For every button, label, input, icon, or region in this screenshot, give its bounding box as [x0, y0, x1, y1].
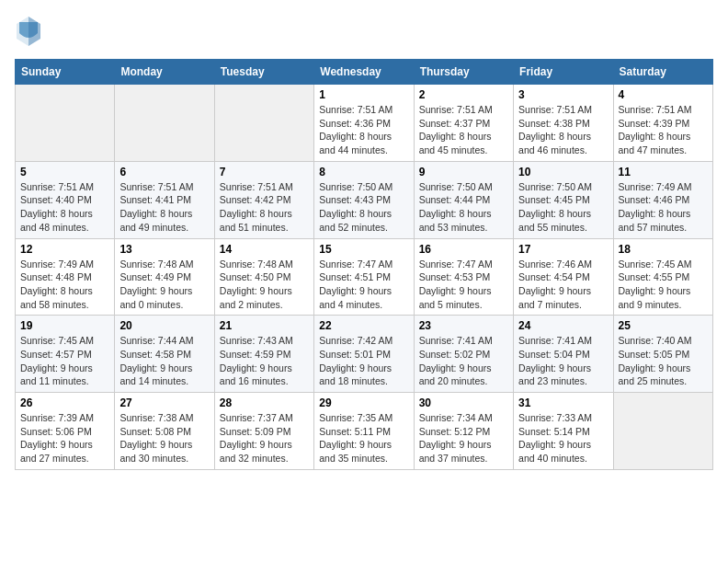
- calendar-cell: 21Sunrise: 7:43 AMSunset: 4:59 PMDayligh…: [214, 316, 313, 393]
- weekday-header-thursday: Thursday: [414, 60, 513, 85]
- calendar-cell: 23Sunrise: 7:41 AMSunset: 5:02 PMDayligh…: [414, 316, 513, 393]
- calendar-table: SundayMondayTuesdayWednesdayThursdayFrid…: [15, 59, 713, 470]
- calendar-body: 1Sunrise: 7:51 AMSunset: 4:36 PMDaylight…: [16, 85, 713, 470]
- day-number: 21: [220, 319, 309, 332]
- day-number: 10: [518, 166, 608, 178]
- day-info: Sunrise: 7:50 AMSunset: 4:45 PMDaylight:…: [518, 180, 608, 235]
- day-info: Sunrise: 7:51 AMSunset: 4:41 PMDaylight:…: [119, 180, 209, 235]
- calendar-cell: [16, 85, 115, 162]
- calendar-cell: 15Sunrise: 7:47 AMSunset: 4:51 PMDayligh…: [314, 238, 414, 316]
- day-number: 1: [319, 88, 408, 101]
- day-number: 2: [419, 88, 508, 101]
- logo: [15, 15, 46, 48]
- day-number: 27: [119, 396, 209, 409]
- calendar-cell: 5Sunrise: 7:51 AMSunset: 4:40 PMDaylight…: [16, 161, 115, 238]
- day-number: 19: [20, 319, 109, 332]
- day-info: Sunrise: 7:34 AMSunset: 5:12 PMDaylight:…: [419, 411, 508, 465]
- page-header: [15, 15, 713, 48]
- calendar-cell: 31Sunrise: 7:33 AMSunset: 5:14 PMDayligh…: [514, 393, 613, 470]
- day-info: Sunrise: 7:51 AMSunset: 4:36 PMDaylight:…: [319, 103, 408, 157]
- day-number: 23: [419, 319, 508, 332]
- day-info: Sunrise: 7:45 AMSunset: 4:55 PMDaylight:…: [619, 258, 708, 312]
- calendar-cell: 6Sunrise: 7:51 AMSunset: 4:41 PMDaylight…: [115, 161, 214, 238]
- day-number: 30: [419, 396, 508, 409]
- calendar-cell: 9Sunrise: 7:50 AMSunset: 4:44 PMDaylight…: [414, 161, 513, 238]
- day-info: Sunrise: 7:41 AMSunset: 5:04 PMDaylight:…: [518, 334, 608, 388]
- day-info: Sunrise: 7:51 AMSunset: 4:42 PMDaylight:…: [220, 180, 309, 235]
- calendar-week-3: 12Sunrise: 7:49 AMSunset: 4:48 PMDayligh…: [16, 238, 713, 316]
- calendar-cell: 28Sunrise: 7:37 AMSunset: 5:09 PMDayligh…: [214, 393, 313, 470]
- day-info: Sunrise: 7:35 AMSunset: 5:11 PMDaylight:…: [319, 411, 408, 465]
- day-info: Sunrise: 7:49 AMSunset: 4:46 PMDaylight:…: [619, 180, 708, 235]
- day-number: 25: [619, 319, 708, 332]
- calendar-week-5: 26Sunrise: 7:39 AMSunset: 5:06 PMDayligh…: [16, 393, 713, 470]
- day-info: Sunrise: 7:51 AMSunset: 4:39 PMDaylight:…: [619, 103, 708, 157]
- calendar-cell: 27Sunrise: 7:38 AMSunset: 5:08 PMDayligh…: [115, 393, 214, 470]
- day-info: Sunrise: 7:41 AMSunset: 5:02 PMDaylight:…: [419, 334, 508, 388]
- calendar-cell: 19Sunrise: 7:45 AMSunset: 4:57 PMDayligh…: [16, 316, 115, 393]
- calendar-cell: 11Sunrise: 7:49 AMSunset: 4:46 PMDayligh…: [613, 161, 712, 238]
- day-info: Sunrise: 7:33 AMSunset: 5:14 PMDaylight:…: [518, 411, 608, 465]
- day-number: 15: [319, 243, 408, 256]
- calendar-cell: 29Sunrise: 7:35 AMSunset: 5:11 PMDayligh…: [314, 393, 414, 470]
- day-info: Sunrise: 7:50 AMSunset: 4:44 PMDaylight:…: [419, 180, 508, 235]
- day-info: Sunrise: 7:51 AMSunset: 4:40 PMDaylight:…: [20, 180, 109, 235]
- day-number: 20: [119, 319, 209, 332]
- calendar-cell: 3Sunrise: 7:51 AMSunset: 4:38 PMDaylight…: [514, 85, 613, 162]
- calendar-cell: 4Sunrise: 7:51 AMSunset: 4:39 PMDaylight…: [613, 85, 712, 162]
- day-number: 9: [419, 166, 508, 178]
- day-info: Sunrise: 7:50 AMSunset: 4:43 PMDaylight:…: [319, 180, 408, 235]
- day-number: 3: [518, 88, 608, 101]
- calendar-week-1: 1Sunrise: 7:51 AMSunset: 4:36 PMDaylight…: [16, 85, 713, 162]
- calendar-cell: [613, 393, 712, 470]
- day-info: Sunrise: 7:40 AMSunset: 5:05 PMDaylight:…: [619, 334, 708, 388]
- day-number: 6: [119, 166, 209, 178]
- calendar-cell: [115, 85, 214, 162]
- day-info: Sunrise: 7:48 AMSunset: 4:50 PMDaylight:…: [220, 258, 309, 312]
- calendar-cell: 7Sunrise: 7:51 AMSunset: 4:42 PMDaylight…: [214, 161, 313, 238]
- day-number: 28: [220, 396, 309, 409]
- day-number: 16: [419, 243, 508, 256]
- day-info: Sunrise: 7:47 AMSunset: 4:53 PMDaylight:…: [419, 258, 508, 312]
- calendar-cell: [214, 85, 313, 162]
- day-number: 8: [319, 166, 408, 178]
- calendar-cell: 17Sunrise: 7:46 AMSunset: 4:54 PMDayligh…: [514, 238, 613, 316]
- calendar-cell: 30Sunrise: 7:34 AMSunset: 5:12 PMDayligh…: [414, 393, 513, 470]
- calendar-cell: 14Sunrise: 7:48 AMSunset: 4:50 PMDayligh…: [214, 238, 313, 316]
- day-info: Sunrise: 7:49 AMSunset: 4:48 PMDaylight:…: [20, 258, 109, 312]
- calendar-cell: 8Sunrise: 7:50 AMSunset: 4:43 PMDaylight…: [314, 161, 414, 238]
- day-info: Sunrise: 7:47 AMSunset: 4:51 PMDaylight:…: [319, 258, 408, 312]
- calendar-header: SundayMondayTuesdayWednesdayThursdayFrid…: [16, 60, 713, 85]
- day-number: 14: [220, 243, 309, 256]
- day-info: Sunrise: 7:48 AMSunset: 4:49 PMDaylight:…: [119, 258, 209, 312]
- day-number: 26: [20, 396, 109, 409]
- calendar-cell: 18Sunrise: 7:45 AMSunset: 4:55 PMDayligh…: [613, 238, 712, 316]
- day-number: 5: [20, 166, 109, 178]
- calendar-cell: 20Sunrise: 7:44 AMSunset: 4:58 PMDayligh…: [115, 316, 214, 393]
- day-info: Sunrise: 7:51 AMSunset: 4:38 PMDaylight:…: [518, 103, 608, 157]
- weekday-header-tuesday: Tuesday: [214, 60, 313, 85]
- logo-icon: [15, 15, 42, 48]
- calendar-cell: 1Sunrise: 7:51 AMSunset: 4:36 PMDaylight…: [314, 85, 414, 162]
- day-number: 22: [319, 319, 408, 332]
- weekday-header-saturday: Saturday: [613, 60, 712, 85]
- weekday-row: SundayMondayTuesdayWednesdayThursdayFrid…: [16, 60, 713, 85]
- calendar-cell: 26Sunrise: 7:39 AMSunset: 5:06 PMDayligh…: [16, 393, 115, 470]
- calendar-cell: 12Sunrise: 7:49 AMSunset: 4:48 PMDayligh…: [16, 238, 115, 316]
- day-number: 12: [20, 243, 109, 256]
- calendar-cell: 16Sunrise: 7:47 AMSunset: 4:53 PMDayligh…: [414, 238, 513, 316]
- calendar-cell: 13Sunrise: 7:48 AMSunset: 4:49 PMDayligh…: [115, 238, 214, 316]
- weekday-header-wednesday: Wednesday: [314, 60, 414, 85]
- day-number: 4: [619, 88, 708, 101]
- calendar-cell: 10Sunrise: 7:50 AMSunset: 4:45 PMDayligh…: [514, 161, 613, 238]
- calendar-cell: 25Sunrise: 7:40 AMSunset: 5:05 PMDayligh…: [613, 316, 712, 393]
- day-info: Sunrise: 7:37 AMSunset: 5:09 PMDaylight:…: [220, 411, 309, 465]
- day-info: Sunrise: 7:38 AMSunset: 5:08 PMDaylight:…: [119, 411, 209, 465]
- day-info: Sunrise: 7:39 AMSunset: 5:06 PMDaylight:…: [20, 411, 109, 465]
- calendar-week-4: 19Sunrise: 7:45 AMSunset: 4:57 PMDayligh…: [16, 316, 713, 393]
- day-number: 13: [119, 243, 209, 256]
- calendar-cell: 2Sunrise: 7:51 AMSunset: 4:37 PMDaylight…: [414, 85, 513, 162]
- calendar-cell: 22Sunrise: 7:42 AMSunset: 5:01 PMDayligh…: [314, 316, 414, 393]
- day-info: Sunrise: 7:45 AMSunset: 4:57 PMDaylight:…: [20, 334, 109, 388]
- day-info: Sunrise: 7:43 AMSunset: 4:59 PMDaylight:…: [220, 334, 309, 388]
